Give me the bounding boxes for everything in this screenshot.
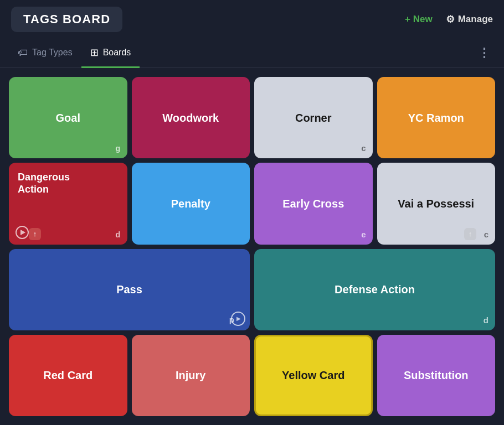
app-title: TAGS BOARD (23, 12, 110, 26)
tab-tag-types[interactable]: 🏷 Tag Types (9, 39, 81, 68)
card-early-cross[interactable]: Early Cross e (254, 163, 373, 244)
card-vai-shortcut: c (484, 230, 488, 239)
header-left: TAGS BOARD (11, 7, 122, 32)
new-button[interactable]: + New (405, 14, 433, 25)
tabs-bar: 🏷 Tag Types ⊞ Boards ⋮ (0, 39, 504, 68)
upload-gray-icon: ↑ (464, 228, 476, 240)
card-substitution-label: Substitution (377, 369, 496, 382)
card-woodwork-label: Woodwork (132, 111, 250, 124)
card-yc-ramon[interactable]: YC Ramon (377, 77, 496, 158)
card-dangerous[interactable]: DangerousAction ↑ d (9, 163, 127, 244)
board-grid: Goal g Woodwork Corner c YC Ramon Danger… (0, 68, 504, 425)
card-injury-label: Injury (132, 369, 250, 382)
card-dangerous-shortcut: d (115, 230, 120, 239)
gear-icon: ⚙ (446, 13, 455, 25)
tab-tag-types-label: Tag Types (32, 48, 73, 58)
card-defense[interactable]: Defense Action d (254, 249, 495, 330)
card-defense-shortcut: d (484, 315, 488, 325)
tab-boards-label: Boards (103, 48, 131, 58)
card-yellow-label: Yellow Card (256, 369, 371, 382)
tag-icon: 🏷 (18, 47, 28, 59)
play-icon (16, 226, 29, 239)
card-pass[interactable]: Pass p ▶ (9, 249, 250, 330)
manage-label: Manage (458, 14, 493, 25)
card-early-cross-shortcut: e (361, 230, 366, 239)
card-vai[interactable]: Vai a Possessi ↑ c (377, 163, 496, 244)
tabs-more-button[interactable]: ⋮ (474, 42, 495, 65)
card-red[interactable]: Red Card (9, 335, 127, 416)
card-yc-ramon-label: YC Ramon (377, 111, 496, 124)
card-pass-label: Pass (9, 283, 250, 296)
card-dangerous-label: DangerousAction (18, 172, 70, 195)
card-penalty[interactable]: Penalty (132, 163, 250, 244)
card-yellow[interactable]: Yellow Card (254, 335, 373, 416)
card-red-label: Red Card (9, 369, 127, 382)
card-injury[interactable]: Injury (132, 335, 250, 416)
pass-play-icon: ▶ (231, 312, 245, 326)
card-defense-label: Defense Action (254, 283, 495, 296)
card-goal[interactable]: Goal g (9, 77, 127, 158)
tab-boards[interactable]: ⊞ Boards (81, 39, 140, 68)
boards-icon: ⊞ (90, 46, 99, 59)
card-penalty-label: Penalty (132, 197, 250, 210)
card-woodwork[interactable]: Woodwork (132, 77, 250, 158)
card-early-cross-label: Early Cross (254, 197, 373, 210)
card-substitution[interactable]: Substitution (377, 335, 496, 416)
card-corner-label: Corner (254, 111, 373, 124)
card-corner-shortcut: c (361, 143, 366, 153)
card-goal-shortcut: g (115, 143, 120, 153)
card-vai-label: Vai a Possessi (377, 197, 496, 210)
upload-icon: ↑ (29, 228, 41, 240)
header: TAGS BOARD + New ⚙ Manage (0, 0, 504, 39)
card-corner[interactable]: Corner c (254, 77, 373, 158)
card-goal-label: Goal (9, 111, 127, 124)
app-container: TAGS BOARD + New ⚙ Manage 🏷 Tag Types ⊞ … (0, 0, 504, 425)
title-box: TAGS BOARD (11, 7, 122, 32)
manage-button[interactable]: ⚙ Manage (446, 13, 493, 25)
header-actions: + New ⚙ Manage (405, 13, 493, 25)
